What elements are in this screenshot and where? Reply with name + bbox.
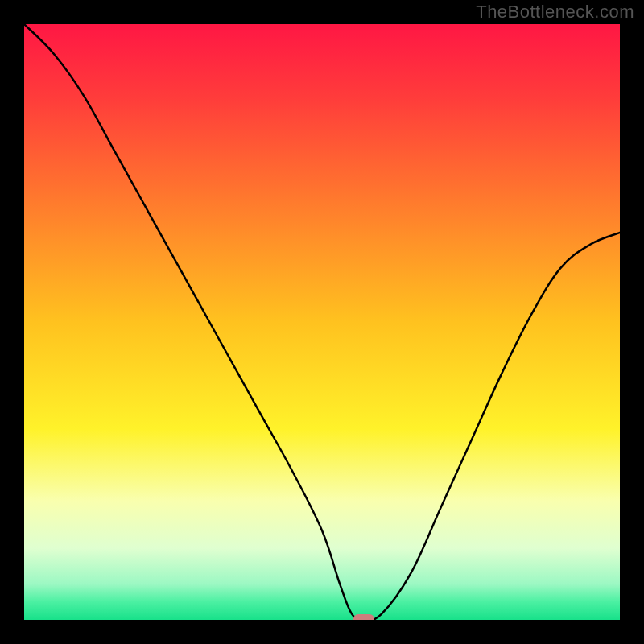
watermark-text: TheBottleneck.com	[476, 2, 634, 23]
bottleneck-curve	[24, 24, 620, 620]
plot-area	[24, 24, 620, 620]
optimum-marker	[353, 614, 374, 620]
chart-frame: TheBottleneck.com	[0, 0, 644, 644]
